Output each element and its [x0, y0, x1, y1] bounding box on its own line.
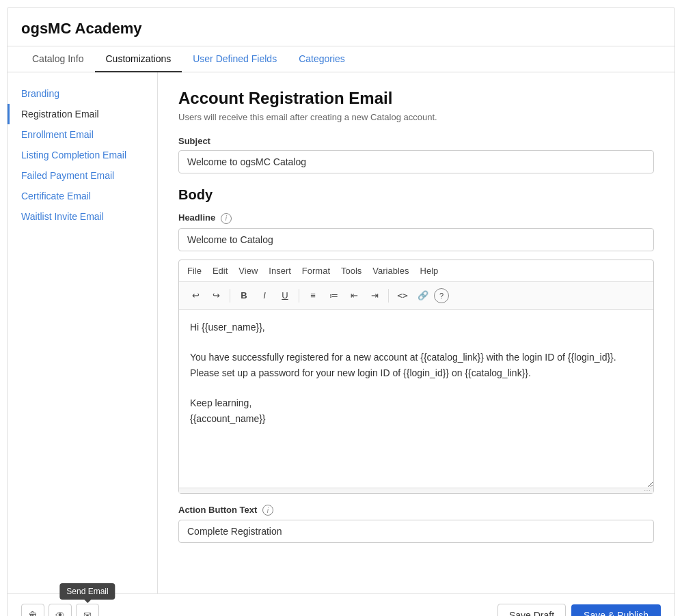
sidebar-item-branding[interactable]: Branding [8, 83, 157, 104]
sidebar-item-enrollment-email[interactable]: Enrollment Email [8, 124, 157, 145]
editor-body[interactable]: Hi {{user_name}}, You have successfully … [179, 310, 653, 488]
sidebar-item-registration-email[interactable]: Registration Email [8, 104, 157, 124]
section-desc: Users will receive this email after crea… [178, 112, 654, 122]
menu-variables[interactable]: Variables [372, 266, 409, 276]
redo-button[interactable]: ↪ [206, 286, 226, 305]
headline-label: Headline i [178, 212, 654, 224]
indent-button[interactable]: ⇥ [365, 286, 384, 305]
italic-button[interactable]: I [255, 286, 274, 305]
content-area: Account Registration Email Users will re… [158, 72, 674, 593]
undo-button[interactable]: ↩ [186, 286, 205, 305]
editor-resize-handle[interactable]: ⋯ [179, 488, 653, 493]
editor-menubar: File Edit View Insert Format Tools Varia… [179, 260, 653, 282]
action-button-info-icon: i [262, 505, 273, 516]
unordered-list-button[interactable]: ≡ [303, 286, 323, 305]
menu-insert[interactable]: Insert [269, 266, 291, 276]
section-title: Account Registration Email [178, 89, 654, 108]
link-button[interactable]: 🔗 [413, 286, 433, 305]
preview-button[interactable]: 👁 [49, 604, 72, 616]
tab-user-defined-fields[interactable]: User Defined Fields [182, 46, 288, 72]
app-title: ogsMC Academy [21, 20, 661, 38]
email-icon: ✉ [83, 610, 92, 616]
subject-wrapper: Subject [178, 136, 654, 173]
editor-toolbar: ↩ ↪ B I U ≡ ≔ ⇤ ⇥ <> 🔗 ? [179, 282, 653, 310]
headline-info-icon: i [221, 213, 232, 224]
send-email-tooltip-wrapper: ✉ Send Email [76, 604, 99, 616]
menu-format[interactable]: Format [302, 266, 330, 276]
headline-wrapper: Headline i [178, 212, 654, 251]
app-header: ogsMC Academy [8, 8, 674, 46]
outdent-button[interactable]: ⇤ [344, 286, 364, 305]
tabs-bar: Catalog Info Customizations User Defined… [8, 46, 674, 72]
sidebar-item-waitlist-invite-email[interactable]: Waitlist Invite Email [8, 206, 157, 227]
menu-tools[interactable]: Tools [341, 266, 362, 276]
toolbar-divider-3 [388, 289, 389, 303]
sidebar: Branding Registration Email Enrollment E… [8, 72, 158, 593]
toolbar-divider-1 [230, 289, 230, 303]
subject-input[interactable] [178, 150, 654, 173]
send-email-button[interactable]: ✉ [76, 604, 99, 616]
tab-catalog-info[interactable]: Catalog Info [21, 46, 95, 72]
tab-customizations[interactable]: Customizations [95, 46, 182, 72]
sidebar-item-certificate-email[interactable]: Certificate Email [8, 186, 157, 206]
save-publish-button[interactable]: Save & Publish [571, 604, 661, 616]
save-draft-button[interactable]: Save Draft [497, 604, 566, 616]
toolbar-divider-2 [299, 289, 299, 303]
menu-view[interactable]: View [238, 266, 258, 276]
eye-icon: 👁 [55, 610, 65, 616]
help-button[interactable]: ? [434, 288, 449, 303]
bottom-bar: 🗑 👁 ✉ Send Email Save Draft Save & Publi… [8, 593, 674, 616]
sidebar-item-failed-payment-email[interactable]: Failed Payment Email [8, 165, 157, 186]
sidebar-item-listing-completion-email[interactable]: Listing Completion Email [8, 145, 157, 165]
action-button-wrapper: Action Button Text i [178, 505, 654, 544]
main-layout: Branding Registration Email Enrollment E… [8, 72, 674, 593]
action-button-label: Action Button Text i [178, 505, 654, 516]
bottom-actions-right: Save Draft Save & Publish [497, 604, 661, 616]
subject-label: Subject [178, 136, 654, 146]
tab-categories[interactable]: Categories [288, 46, 356, 72]
code-button[interactable]: <> [393, 286, 412, 305]
bold-button[interactable]: B [234, 286, 254, 305]
headline-input[interactable] [178, 228, 654, 251]
action-button-input[interactable] [178, 520, 654, 543]
delete-button[interactable]: 🗑 [21, 604, 44, 616]
menu-file[interactable]: File [187, 266, 202, 276]
underline-button[interactable]: U [275, 286, 295, 305]
bottom-actions-left: 🗑 👁 ✉ Send Email [21, 604, 99, 616]
menu-help[interactable]: Help [420, 266, 439, 276]
menu-edit[interactable]: Edit [213, 266, 228, 276]
rich-text-editor: File Edit View Insert Format Tools Varia… [178, 260, 654, 494]
body-section-title: Body [178, 187, 654, 203]
page-wrapper: ogsMC Academy Catalog Info Customization… [7, 7, 675, 616]
ordered-list-button[interactable]: ≔ [324, 286, 343, 305]
trash-icon: 🗑 [28, 610, 38, 616]
